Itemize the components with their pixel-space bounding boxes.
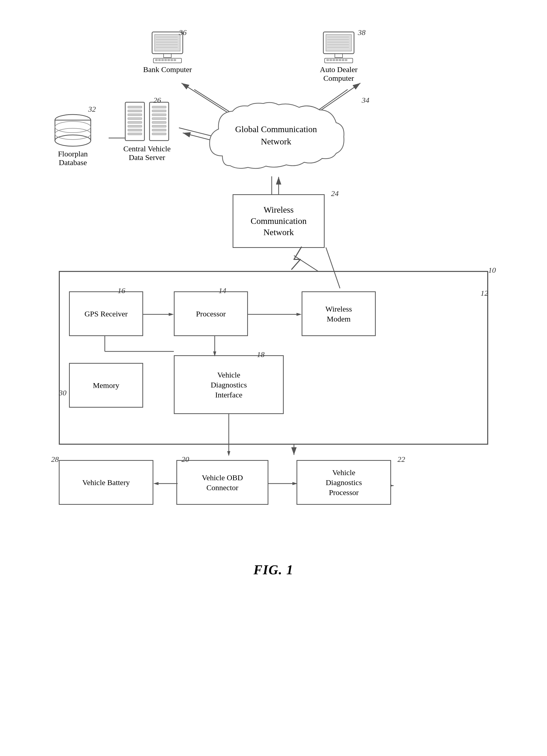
memory-ref: 30 — [59, 388, 66, 397]
obd-diagproc-arrow — [268, 480, 299, 487]
auto-dealer-ref: 38 — [358, 28, 366, 37]
svg-rect-46 — [327, 59, 329, 61]
svg-marker-81 — [213, 351, 216, 357]
wireless-modem-box: WirelessModem — [302, 291, 376, 336]
vdi-obd-arrow — [222, 414, 243, 457]
floorplan-db-ref: 32 — [88, 105, 96, 113]
wireless-modem-label: WirelessModem — [325, 304, 352, 324]
proc-modem-arrow — [248, 312, 303, 317]
vehicle-diag-interface-ref: 18 — [257, 350, 265, 359]
vehicle-obd-label: Vehicle OBDConnector — [202, 473, 243, 492]
vehicle-battery-label: Vehicle Battery — [82, 477, 130, 487]
auto-dealer-computer: Auto DealerComputer — [320, 31, 358, 83]
svg-point-55 — [55, 135, 91, 146]
telematics-ref: 12 — [481, 289, 488, 297]
wireless-network-label: WirelessCommunicationNetwork — [250, 204, 306, 238]
svg-rect-52 — [345, 59, 347, 61]
vehicle-battery-ref: 28 — [51, 455, 59, 464]
bank-computer-ref: 36 — [179, 28, 187, 37]
svg-marker-88 — [153, 482, 158, 485]
vehicle-obd-box: Vehicle OBDConnector — [176, 460, 268, 505]
svg-marker-79 — [297, 313, 302, 316]
svg-rect-36 — [174, 59, 176, 61]
global-network-label: Global CommunicationNetwork — [235, 123, 317, 147]
central-server-ref: 26 — [153, 96, 161, 105]
memory-proc-line — [102, 336, 179, 369]
vehicle-diag-proc-label: VehicleDiagnosticsProcessor — [326, 467, 362, 497]
svg-rect-48 — [333, 59, 335, 61]
gps-receiver-box: GPS Receiver — [69, 291, 143, 336]
svg-rect-44 — [335, 54, 343, 58]
wireless-network-box: WirelessCommunicationNetwork — [233, 194, 325, 248]
obd-battery-arrow — [153, 480, 178, 487]
svg-rect-60 — [128, 110, 142, 112]
diagram: Bank Computer 36 — [43, 20, 504, 711]
figure-caption: FIG. 1 — [43, 562, 504, 577]
svg-rect-33 — [165, 59, 167, 61]
memory-label: Memory — [93, 380, 119, 390]
svg-rect-66 — [128, 133, 142, 135]
svg-rect-68 — [152, 106, 166, 108]
processor-label: Processor — [196, 309, 226, 319]
global-network-ref: 34 — [362, 96, 369, 105]
svg-rect-50 — [339, 59, 341, 61]
floorplan-db-icon — [51, 112, 95, 148]
svg-rect-35 — [171, 59, 173, 61]
gps-receiver-label: GPS Receiver — [84, 309, 128, 319]
wireless-network-ref: 24 — [331, 189, 339, 198]
svg-rect-30 — [155, 59, 157, 61]
svg-rect-51 — [342, 59, 344, 61]
device-boundary-ref-10: 10 — [488, 266, 496, 274]
svg-rect-71 — [152, 118, 166, 120]
vehicle-obd-ref: 20 — [181, 455, 189, 464]
vehicle-diag-proc-box: VehicleDiagnosticsProcessor — [297, 460, 391, 505]
processor-ref: 14 — [219, 286, 226, 295]
central-server-icon — [123, 100, 171, 143]
processor-box: Processor — [174, 291, 248, 336]
svg-rect-61 — [128, 114, 142, 116]
svg-rect-64 — [128, 125, 142, 127]
page: Bank Computer 36 — [0, 0, 547, 756]
proc-vdi-arrow — [210, 336, 230, 358]
svg-rect-32 — [162, 59, 164, 61]
svg-rect-69 — [152, 110, 166, 112]
lightning-bolt — [289, 245, 309, 271]
svg-rect-74 — [152, 129, 166, 131]
central-server: Central VehicleData Server — [123, 100, 171, 162]
svg-marker-90 — [292, 482, 298, 485]
floorplan-db: FloorplanDatabase — [51, 112, 95, 167]
svg-rect-63 — [128, 121, 142, 123]
global-network-cloud: Global CommunicationNetwork — [197, 100, 355, 171]
svg-rect-62 — [128, 118, 142, 120]
gps-receiver-ref: 16 — [118, 286, 125, 295]
svg-rect-31 — [158, 59, 161, 61]
svg-rect-47 — [330, 59, 332, 61]
svg-marker-77 — [169, 313, 174, 316]
central-server-label: Central VehicleData Server — [123, 144, 170, 162]
bank-computer: Bank Computer — [143, 31, 192, 74]
wireless-modem-connection — [323, 247, 344, 293]
svg-rect-72 — [152, 121, 166, 123]
vehicle-diag-interface-box: VehicleDiagnosticsInterface — [174, 355, 284, 414]
gps-processor-arrow — [143, 312, 175, 317]
svg-rect-73 — [152, 125, 166, 127]
auto-dealer-label: Auto DealerComputer — [320, 65, 357, 83]
svg-rect-75 — [152, 133, 166, 135]
svg-rect-65 — [128, 129, 142, 131]
vehicle-diag-interface-label: VehicleDiagnosticsInterface — [211, 370, 247, 400]
memory-box: Memory — [69, 363, 143, 408]
svg-marker-86 — [227, 451, 230, 456]
svg-rect-49 — [336, 59, 338, 61]
svg-line-84 — [326, 247, 340, 288]
svg-rect-34 — [168, 59, 170, 61]
vehicle-diag-proc-ref: 22 — [397, 455, 405, 464]
floorplan-db-label: FloorplanDatabase — [58, 150, 88, 167]
vehicle-battery-box: Vehicle Battery — [59, 460, 153, 505]
svg-rect-59 — [128, 106, 142, 108]
auto-dealer-computer-icon — [320, 31, 358, 64]
bank-computer-label: Bank Computer — [143, 65, 192, 74]
svg-rect-28 — [164, 54, 171, 58]
svg-rect-70 — [152, 114, 166, 116]
